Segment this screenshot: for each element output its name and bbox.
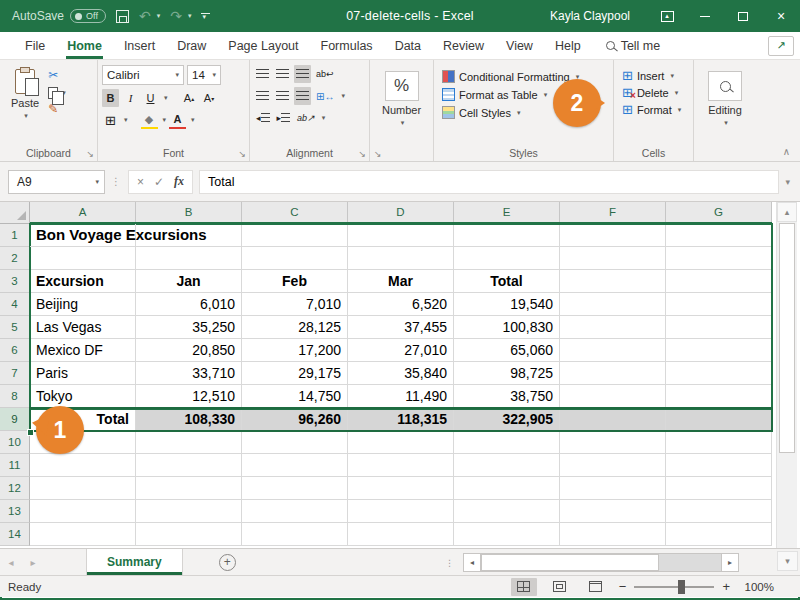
delete-cells-button[interactable]: ⊞Delete▾ — [622, 87, 681, 99]
cell-B14[interactable] — [136, 523, 242, 546]
cell-D5[interactable]: 37,455 — [348, 316, 454, 339]
cell-G9[interactable] — [666, 408, 772, 431]
normal-view-button[interactable] — [511, 578, 537, 596]
cell-B10[interactable] — [136, 431, 242, 454]
cell-E12[interactable] — [454, 477, 560, 500]
row-header-3[interactable]: 3 — [0, 270, 30, 293]
close-button[interactable]: × — [762, 0, 800, 32]
row-header-11[interactable]: 11 — [0, 454, 30, 477]
row-header-8[interactable]: 8 — [0, 385, 30, 408]
cell-C10[interactable] — [242, 431, 348, 454]
align-left-button[interactable] — [254, 87, 271, 105]
cell-G3[interactable] — [666, 270, 772, 293]
scroll-left-icon[interactable]: ◂ — [463, 553, 481, 572]
font-dialog-launcher-icon[interactable]: ↘ — [238, 149, 246, 159]
scroll-down-icon[interactable]: ▾ — [777, 551, 798, 571]
conditional-formatting-button[interactable]: Conditional Formatting▾ — [442, 70, 579, 83]
cell-C1[interactable] — [242, 224, 348, 247]
cell-D10[interactable] — [348, 431, 454, 454]
format-painter-button[interactable]: ✎ — [48, 103, 66, 116]
cell-C9[interactable]: 96,260 — [242, 408, 348, 431]
cancel-entry-button[interactable]: × — [137, 175, 144, 189]
font-color-dropdown-icon[interactable]: ▾ — [191, 116, 195, 124]
cell-C12[interactable] — [242, 477, 348, 500]
save-icon[interactable] — [116, 10, 129, 23]
cell-F14[interactable] — [560, 523, 666, 546]
increase-indent-button[interactable]: ▸ — [275, 109, 293, 127]
cell-D11[interactable] — [348, 454, 454, 477]
collapse-ribbon-icon[interactable]: ∧ — [783, 146, 790, 157]
cell-A4[interactable]: Beijing — [30, 293, 136, 316]
cell-A14[interactable] — [30, 523, 136, 546]
cell-B11[interactable] — [136, 454, 242, 477]
cell-B3[interactable]: Jan — [136, 270, 242, 293]
page-break-view-button[interactable] — [583, 578, 609, 596]
page-layout-view-button[interactable] — [547, 578, 573, 596]
cell-D6[interactable]: 27,010 — [348, 339, 454, 362]
cell-G4[interactable] — [666, 293, 772, 316]
row-header-13[interactable]: 13 — [0, 500, 30, 523]
cell-F5[interactable] — [560, 316, 666, 339]
cell-F2[interactable] — [560, 247, 666, 270]
undo-dropdown-icon[interactable]: ▾ — [157, 12, 161, 20]
alignment-dialog-launcher-icon[interactable]: ↘ — [358, 149, 366, 159]
autosave-control[interactable]: AutoSave Off — [12, 9, 106, 23]
align-right-button[interactable] — [294, 87, 311, 105]
tab-insert[interactable]: Insert — [113, 34, 166, 58]
cell-F10[interactable] — [560, 431, 666, 454]
share-button[interactable]: ↗ — [768, 36, 794, 56]
cell-C6[interactable]: 17,200 — [242, 339, 348, 362]
decrease-indent-button[interactable]: ◂ — [254, 109, 272, 127]
cell-C5[interactable]: 28,125 — [242, 316, 348, 339]
customize-qat-icon[interactable] — [201, 13, 210, 20]
tab-review[interactable]: Review — [432, 34, 495, 58]
cell-E7[interactable]: 98,725 — [454, 362, 560, 385]
sheet-nav-right-icon[interactable]: ▸ — [22, 549, 44, 575]
cell-G8[interactable] — [666, 385, 772, 408]
tab-home[interactable]: Home — [56, 34, 113, 58]
scroll-right-icon[interactable]: ▸ — [721, 553, 739, 572]
merge-center-button[interactable]: ⊞↔ — [314, 87, 336, 105]
autosave-toggle[interactable]: Off — [70, 9, 106, 23]
fill-color-dropdown-icon[interactable]: ▾ — [163, 116, 167, 124]
cell-A12[interactable] — [30, 477, 136, 500]
number-format-button[interactable]: % Number ▾ — [375, 65, 428, 143]
zoom-out-button[interactable]: − — [619, 579, 627, 594]
decrease-font-size-button[interactable]: A▾ — [201, 89, 218, 107]
tab-view[interactable]: View — [495, 34, 544, 58]
cell-E8[interactable]: 38,750 — [454, 385, 560, 408]
cell-D12[interactable] — [348, 477, 454, 500]
cell-A1[interactable]: Bon Voyage Excursions — [30, 224, 136, 247]
copy-button[interactable]: ▾ — [48, 86, 66, 99]
cell-F7[interactable] — [560, 362, 666, 385]
sheet-tab-summary[interactable]: Summary — [86, 549, 183, 575]
borders-button[interactable]: ⊞ — [102, 111, 119, 129]
cell-E1[interactable] — [454, 224, 560, 247]
orientation-dropdown-icon[interactable]: ▾ — [322, 114, 326, 122]
tab-data[interactable]: Data — [384, 34, 432, 58]
cell-C3[interactable]: Feb — [242, 270, 348, 293]
cell-B8[interactable]: 12,510 — [136, 385, 242, 408]
row-header-4[interactable]: 4 — [0, 293, 30, 316]
cell-B2[interactable] — [136, 247, 242, 270]
zoom-slider[interactable] — [634, 586, 714, 588]
cell-G1[interactable] — [666, 224, 772, 247]
cell-D14[interactable] — [348, 523, 454, 546]
font-color-button[interactable]: A — [169, 111, 186, 129]
maximize-button[interactable] — [724, 0, 762, 32]
italic-button[interactable]: I — [122, 89, 139, 107]
column-header-E[interactable]: E — [454, 202, 560, 224]
center-button[interactable] — [274, 87, 291, 105]
vertical-scroll-thumb[interactable] — [779, 223, 795, 453]
horizontal-scrollbar[interactable]: ⋮ ◂ ▸ — [445, 553, 745, 572]
column-header-F[interactable]: F — [560, 202, 666, 224]
cell-F1[interactable] — [560, 224, 666, 247]
editing-button[interactable]: Editing ▾ — [701, 65, 749, 143]
sheet-nav-left-icon[interactable]: ◂ — [0, 549, 22, 575]
cell-E11[interactable] — [454, 454, 560, 477]
underline-button[interactable]: U — [142, 89, 159, 107]
cell-G7[interactable] — [666, 362, 772, 385]
formula-input[interactable]: Total — [199, 170, 779, 194]
ribbon-display-options-button[interactable]: ▴ — [648, 0, 686, 32]
cell-E3[interactable]: Total — [454, 270, 560, 293]
